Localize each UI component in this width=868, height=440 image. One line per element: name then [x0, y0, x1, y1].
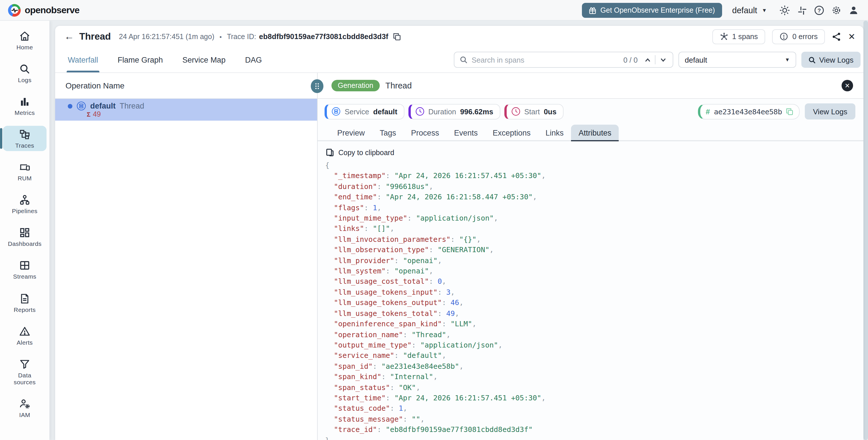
share-icon[interactable] — [832, 32, 841, 41]
trace-id-label: Trace ID: — [227, 32, 256, 40]
sidebar-item-pipelines[interactable]: Pipelines — [3, 192, 46, 217]
sidebar-nav: Home Logs Metrics Traces RUM Pipelines D… — [0, 21, 50, 440]
pipeline-icon — [19, 194, 30, 206]
service-circle-icon — [332, 107, 341, 116]
json-line: "operation_name": "Thread", — [325, 329, 863, 340]
sidebar-item-iam[interactable]: IAM — [3, 395, 46, 420]
duration-chip: Duration 996.62ms — [408, 104, 500, 119]
sidebar-item-dashboards[interactable]: Dashboards — [3, 224, 46, 250]
json-line: "status_code": 1, — [325, 404, 863, 414]
json-line: "span_kind": "Internal", — [325, 372, 863, 382]
search-placeholder: Search in spans — [472, 56, 623, 64]
tab-attributes[interactable]: Attributes — [571, 125, 619, 141]
sidebar-item-reports[interactable]: Reports — [3, 290, 46, 315]
service-chip: Service default — [324, 104, 404, 119]
errors-count-chip[interactable]: 0 errors — [772, 29, 825, 44]
json-line: "openinference_span_kind": "LLM", — [325, 319, 863, 329]
span-kind-badge: Generation — [332, 80, 380, 91]
json-line: "llm_observation_type": "GENERATION", — [325, 245, 863, 256]
sidebar-item-rum[interactable]: RUM — [3, 159, 46, 184]
json-line: "span_id": "ae231e43e84ee58b", — [325, 361, 863, 372]
brand-logo[interactable]: openobserve — [0, 4, 79, 17]
iam-user-gear-icon — [19, 398, 30, 410]
json-line: "output_mime_type": "application/json", — [325, 340, 863, 351]
stream-selector[interactable]: default ▼ — [678, 52, 796, 68]
dashboard-grid-icon — [19, 227, 30, 239]
settings-gear-icon[interactable] — [828, 2, 845, 19]
json-line: "input_mime_type": "application/json", — [325, 213, 863, 224]
span-operation-name: Thread — [120, 102, 145, 110]
span-detail-header: Generation Thread ✕ — [318, 73, 863, 99]
tab-service-map[interactable]: Service Map — [181, 47, 227, 72]
panel-resize-handle[interactable] — [311, 79, 323, 93]
json-line: "llm_usage_cost_total": 0, — [325, 277, 863, 287]
enterprise-upgrade-button[interactable]: Get OpenObserve Enterprise (Free) — [582, 3, 722, 18]
clock-icon — [415, 107, 424, 116]
alert-triangle-icon — [19, 325, 30, 337]
json-line: "llm_invocation_parameters": "{}", — [325, 234, 863, 245]
copy-span-id-icon[interactable] — [786, 108, 794, 115]
json-line: } — [325, 435, 863, 440]
traces-tree-icon — [19, 129, 30, 140]
trace-content: Operation Name default Thread Σ 49 — [55, 73, 863, 440]
json-line: "flags": 1, — [325, 202, 863, 213]
tab-process[interactable]: Process — [404, 125, 447, 141]
help-icon[interactable]: ? — [811, 2, 828, 19]
json-line: "llm_provider": "openai", — [325, 255, 863, 266]
sidebar-item-logs[interactable]: Logs — [3, 60, 46, 86]
span-id-value: ae231e43e84ee58b — [714, 107, 782, 116]
close-detail-icon[interactable]: ✕ — [842, 80, 853, 91]
search-icon — [19, 63, 30, 75]
trace-id-value: eb8dfbf90159ae77f3081cbdd8ed3d3f — [259, 32, 388, 41]
next-match-icon[interactable] — [658, 55, 668, 65]
openobserve-logo-icon — [8, 4, 21, 17]
back-arrow-icon[interactable]: ← — [64, 31, 74, 42]
toolbar-view-logs-button[interactable]: View Logs — [801, 52, 861, 68]
view-tabs: Waterfall Flame Graph Service Map DAG — [67, 47, 263, 72]
sidebar-item-streams[interactable]: Streams — [3, 257, 46, 282]
svg-text:?: ? — [817, 7, 821, 13]
spans-count-chip[interactable]: 1 spans — [712, 29, 766, 44]
sidebar-item-data-sources[interactable]: Data sources — [3, 355, 46, 387]
json-line: "trace_id": "eb8dfbf90159ae77f3081cbdd8e… — [325, 425, 863, 435]
home-icon — [19, 30, 30, 42]
sidebar-item-home[interactable]: Home — [3, 28, 46, 53]
page-scrollbar[interactable] — [863, 21, 868, 440]
sidebar-item-alerts[interactable]: Alerts — [3, 322, 46, 348]
span-row-selected[interactable]: default Thread Σ 49 — [55, 99, 317, 121]
tab-flame-graph[interactable]: Flame Graph — [117, 47, 164, 72]
tab-exceptions[interactable]: Exceptions — [485, 125, 538, 141]
gift-icon — [589, 7, 596, 14]
prev-match-icon[interactable] — [642, 55, 653, 65]
span-id-chip: # ae231e43e84ee58b — [698, 104, 800, 119]
organization-selector[interactable]: default ▼ — [732, 6, 767, 15]
span-token-count: 49 — [93, 110, 101, 118]
copy-trace-id-icon[interactable] — [393, 32, 401, 40]
slack-icon[interactable] — [793, 2, 811, 19]
user-account-icon[interactable] — [845, 2, 862, 19]
funnel-icon — [19, 358, 30, 370]
sidebar-item-traces[interactable]: Traces — [3, 126, 46, 151]
search-match-count: 0 / 0 — [623, 56, 638, 64]
clock-icon — [511, 107, 520, 116]
json-line: "start_time": "Apr 24, 2026 16:21:57.451… — [325, 393, 863, 404]
tab-tags[interactable]: Tags — [372, 125, 404, 141]
theme-toggle-icon[interactable] — [776, 2, 793, 19]
json-line: "llm_usage_tokens_input": 3, — [325, 287, 863, 298]
span-service-name: default — [90, 102, 116, 110]
span-search-input[interactable]: Search in spans 0 / 0 — [454, 52, 673, 68]
tab-events[interactable]: Events — [447, 125, 486, 141]
tab-preview[interactable]: Preview — [330, 125, 372, 141]
tab-links[interactable]: Links — [538, 125, 571, 141]
hash-icon: # — [706, 107, 710, 116]
close-trace-icon[interactable]: ✕ — [848, 31, 855, 42]
span-view-logs-button[interactable]: View Logs — [805, 103, 856, 120]
tab-waterfall[interactable]: Waterfall — [67, 47, 99, 72]
trace-timestamp: 24 Apr 16:21:57:451 (1m ago) — [119, 32, 214, 40]
copy-to-clipboard-button[interactable]: Copy to clipboard — [318, 141, 863, 157]
copy-icon — [326, 148, 334, 157]
tab-dag[interactable]: DAG — [244, 47, 263, 72]
sidebar-item-metrics[interactable]: Metrics — [3, 93, 46, 118]
span-meta-chips: Service default Duration 996.62ms Start — [318, 99, 863, 120]
search-icon — [460, 56, 468, 64]
